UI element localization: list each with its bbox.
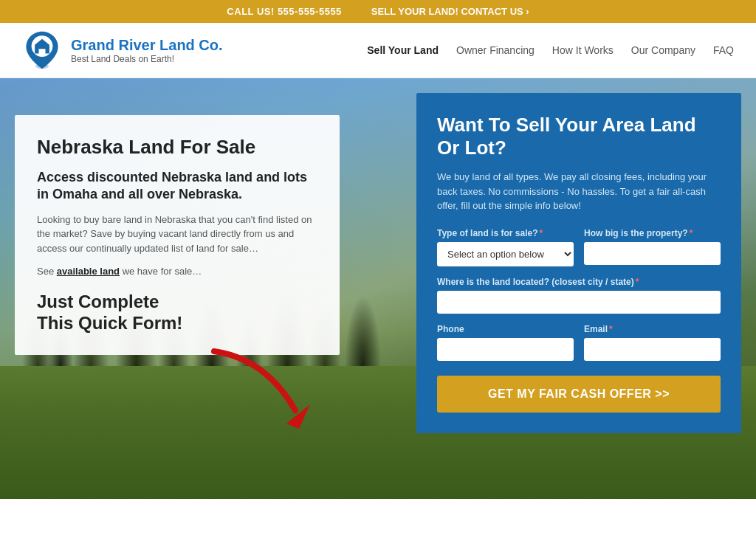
hero-right-panel: Want To Sell Your Area Land Or Lot? We b… <box>416 93 741 433</box>
logo-subtitle: Best Land Deals on Earth! <box>71 54 223 64</box>
property-size-input[interactable] <box>584 242 721 265</box>
phone-number: CALL US! 555-555-5555 <box>227 6 342 17</box>
avail-prefix: See <box>37 266 57 277</box>
phone-label: Phone <box>437 324 574 334</box>
email-label: Email* <box>584 324 721 334</box>
hero-heading2: Access discounted Nebraska land and lots… <box>37 169 317 204</box>
nav-faq[interactable]: FAQ <box>713 44 734 56</box>
nav-owner-financing[interactable]: Owner Financing <box>456 44 535 56</box>
logo-title: Grand River Land Co. <box>71 36 223 54</box>
top-bar: CALL US! 555-555-5555 SELL YOUR LAND! CO… <box>0 0 756 23</box>
location-field: Where is the land located? (closest city… <box>437 277 721 314</box>
form-heading: Want To Sell Your Area Land Or Lot? <box>437 114 721 159</box>
form-row-phone-email: Phone Email* <box>437 324 721 361</box>
logo-text: Grand River Land Co. Best Land Deals on … <box>71 36 223 64</box>
logo-icon <box>22 30 62 70</box>
available-land-link[interactable]: available land <box>57 266 120 277</box>
phone-field: Phone <box>437 324 574 361</box>
location-label: Where is the land located? (closest city… <box>437 277 721 287</box>
form-row-land-size: Type of land is for sale?* Select an opt… <box>437 228 721 266</box>
hero-section: Nebraska Land For Sale Access discounted… <box>0 78 756 499</box>
land-type-select[interactable]: Select an option below Residential Comme… <box>437 242 574 266</box>
red-arrow <box>207 344 325 432</box>
land-type-label: Type of land is for sale?* <box>437 228 574 238</box>
submit-button[interactable]: GET MY FAIR CASH OFFER >> <box>437 376 721 413</box>
nav-how-it-works[interactable]: How It Works <box>552 44 614 56</box>
logo: Grand River Land Co. Best Land Deals on … <box>22 30 223 70</box>
email-input[interactable] <box>584 338 721 361</box>
property-size-label: How big is the property?* <box>584 228 721 238</box>
quick-form-cta: Just CompleteThis Quick Form! <box>37 292 317 334</box>
avail-suffix: we have for sale… <box>120 266 202 277</box>
nav-sell-your-land[interactable]: Sell Your Land <box>367 44 439 56</box>
land-type-field: Type of land is for sale?* Select an opt… <box>437 228 574 266</box>
form-description: We buy land of all types. We pay all clo… <box>437 170 721 213</box>
hero-left-panel: Nebraska Land For Sale Access discounted… <box>15 115 340 355</box>
nav-our-company[interactable]: Our Company <box>631 44 695 56</box>
hero-body-text: Looking to buy bare land in Nebraska tha… <box>37 213 317 256</box>
location-input[interactable] <box>437 291 721 314</box>
phone-input[interactable] <box>437 338 574 361</box>
available-land-link-line: See available land we have for sale… <box>37 266 317 277</box>
header: Grand River Land Co. Best Land Deals on … <box>0 23 756 78</box>
hero-heading1: Nebraska Land For Sale <box>37 136 317 159</box>
email-field: Email* <box>584 324 721 361</box>
contact-link[interactable]: SELL YOUR LAND! CONTACT US › <box>371 6 529 17</box>
svg-marker-3 <box>286 404 310 429</box>
main-nav: Sell Your Land Owner Financing How It Wo… <box>367 44 734 56</box>
property-size-field: How big is the property?* <box>584 228 721 266</box>
